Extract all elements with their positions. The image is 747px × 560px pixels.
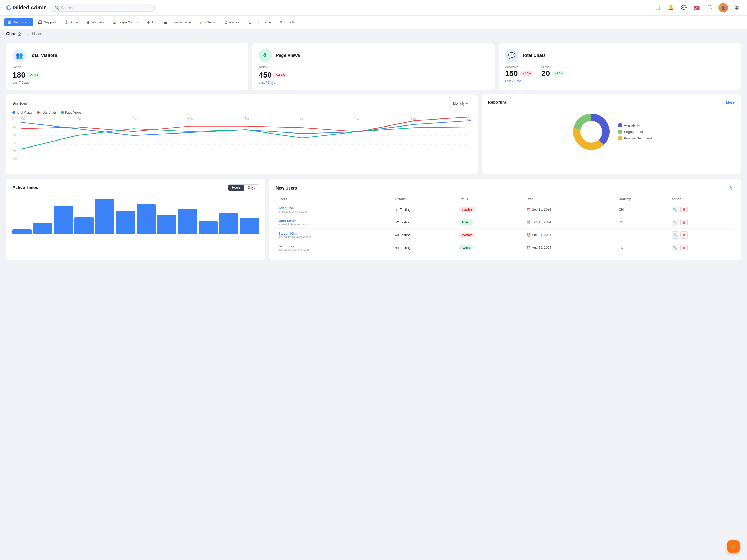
ui-icon: ⊙ [147,20,150,24]
breadcrumb: Chat 🏠 - Dashboard [0,29,747,39]
monthly-dropdown[interactable]: Monthly ▾ [450,100,471,107]
nav-menu: ⊞ Dashboard 🎧 Support ⚓ Apps ⊕ Widgets 🔒… [0,16,747,29]
nav-widgets[interactable]: ⊕ Widgets [83,18,108,26]
bar-6 [116,211,135,234]
nav-charts[interactable]: 📊 Charts [196,18,220,26]
delete-button[interactable]: 🗑 [680,218,688,226]
delete-button[interactable]: 🗑 [680,206,688,213]
donut-wrap: Availability Engagement Positive Sentime… [488,108,735,155]
legend-total-visitor: Total Visitor [12,111,32,114]
col-users: Users [276,195,393,203]
legend-positive-sentiment: Positive Sentiment [618,136,652,140]
user-status: Active [456,216,524,229]
action-buttons: ✏️ 🗑 [671,206,732,213]
col-details: Details [393,195,456,203]
sentiment-label: Positive Sentiment [624,136,652,140]
nav-emails-label: Emails [284,20,295,24]
chats-split: Answered 150 ↘2.0% Missed 20 ↗3.0% [505,64,735,78]
nav-login-error[interactable]: 🔒 Login & Error [109,18,143,26]
user-date: ⏰Sep 16, 2024 [524,203,616,216]
edit-button[interactable]: ✏️ [671,244,679,251]
status-badge: Active [459,220,473,224]
delete-button[interactable]: 🗑 [680,244,688,251]
chats-title: Total Chats [522,53,546,58]
nav-support[interactable]: 🎧 Support [34,18,60,26]
line-chart-svg [21,117,471,163]
nav-apps[interactable]: ⚓ Apps [61,18,82,26]
chats-answered-badge: ↘2.0% [520,71,533,76]
bar-4 [74,217,94,234]
visitors-chart-header: Visitors Monthly ▾ [12,100,471,107]
bottom-row: Active Times Hours Days [6,179,741,260]
user-action: ✏️ 🗑 [669,216,735,229]
avatar[interactable]: 👤 [719,3,728,12]
table-search-button[interactable]: 🔍 [727,184,735,192]
legend-views-label: Page Views [65,111,81,114]
hours-toggle[interactable]: Hours [228,185,244,191]
ecommerce-icon: 🛍 [248,20,251,24]
col-country: Country [616,195,669,203]
table-row: John Doe johndoe@example.com #1 Testing … [276,203,735,216]
flag-icon[interactable]: 🇺🇸 [693,4,701,12]
nav-pages[interactable]: 🗋 Pages [221,18,243,26]
nav-dashboard[interactable]: ⊞ Dashboard [4,18,33,26]
user-cell: Steven Kim stevenkim@example.com [276,229,393,241]
days-toggle[interactable]: Days [244,185,259,191]
dark-mode-icon[interactable]: 🌙 [654,4,662,12]
nav-ecommerce-label: Ecommerce [253,20,271,24]
legend-total-chats: Total Chats [37,111,56,114]
col-date: Date [524,195,616,203]
nav-forms-table[interactable]: ☰ Forms & Table [160,18,195,26]
bc-separator: - [23,32,24,36]
edit-button[interactable]: ✏️ [671,231,679,239]
line-chart-wrap: 250200150100500 [12,117,471,169]
nav-ecommerce[interactable]: 🛍 Ecommerce [244,18,275,26]
chats-missed-label: Missed [541,65,565,69]
edit-button[interactable]: ✏️ [671,218,679,226]
notifications-icon[interactable]: 🔔 [667,4,675,12]
stats-row: 👥 Total Visitors Today 180 ↗3.1% Last 7 … [6,43,741,90]
table-row: Steven Kim stevenkim@example.com #3 Test… [276,229,735,241]
page-title: Chat [6,32,16,36]
nav-login-error-label: Login & Error [118,20,139,24]
visitors-value: 180 ↗3.1% [12,71,242,79]
delete-button[interactable]: 🗑 [680,231,688,239]
hours-days-toggle: Hours Days [228,184,259,191]
status-badge: Inactive [459,233,475,237]
messages-icon[interactable]: 💬 [679,4,688,12]
pageviews-title: Page Views [276,53,300,58]
user-name: David Lee [278,244,390,248]
user-email: janesmith@example.com [278,223,390,226]
sentiment-color [618,136,622,140]
reporting-header: Reporting More [488,100,735,105]
nav-forms-table-label: Forms & Table [169,20,191,24]
svg-point-9 [584,125,599,139]
engagement-color [618,130,622,134]
grid-icon[interactable]: ▦ [732,4,741,12]
col-action: Action [669,195,735,203]
pageviews-badge: ↘3.0% [274,73,287,77]
visitors-icon-wrap: 👥 [12,49,26,62]
stat-card-chats: 💬 Total Chats Answered 150 ↘2.0% Missed … [499,43,741,90]
edit-button[interactable]: ✏️ [671,206,679,213]
new-users-card: New Users 🔍 Users Details Status Date Co… [269,179,741,260]
bar-11 [220,213,239,234]
legend-page-views: Page Views [61,111,81,114]
nav-apps-label: Apps [70,20,78,24]
user-details: #1 Testing [393,203,456,216]
search-icon: 🔍 [55,6,59,10]
nav-ui[interactable]: ⊙ UI [144,18,159,26]
login-icon: 🔒 [112,20,117,24]
visitors-title: Total Visitors [30,53,57,58]
reporting-more[interactable]: More [726,100,735,105]
search-bar[interactable]: 🔍 Search [51,4,155,12]
user-status: Active [456,241,524,254]
fullscreen-icon[interactable]: ⛶ [705,4,714,12]
user-date: ⏰Aug 25, 2024 [524,241,616,254]
bar-1 [12,230,32,234]
nav-emails[interactable]: ✉ Emails [276,18,299,26]
support-icon: 🎧 [38,20,42,24]
user-email: davidlee@example.com [278,248,390,251]
user-country: CH [616,203,669,216]
user-action: ✏️ 🗑 [669,241,735,254]
